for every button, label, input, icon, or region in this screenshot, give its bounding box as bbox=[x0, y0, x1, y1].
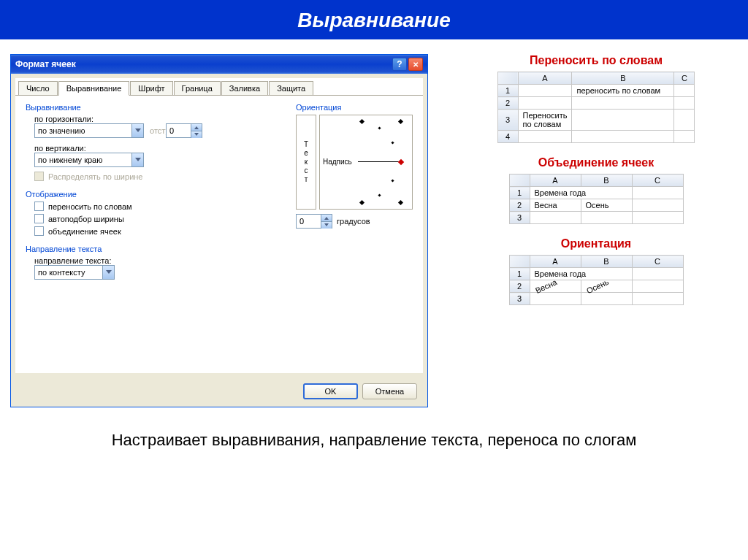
tab-number[interactable]: Число bbox=[18, 81, 58, 95]
example-merge-table: ABC 1Времена года 2ВеснаОсень 3 bbox=[509, 174, 684, 224]
dialog-title: Формат ячеек bbox=[15, 59, 391, 69]
tab-fill[interactable]: Заливка bbox=[221, 81, 268, 95]
close-icon[interactable] bbox=[408, 58, 423, 71]
orientation-handle[interactable] bbox=[398, 159, 404, 165]
direction-value: по контексту bbox=[38, 268, 85, 277]
shrink-label: автоподбор ширины bbox=[48, 215, 124, 223]
direction-label: направление текста: bbox=[34, 256, 223, 265]
indent-spinner[interactable]: 0 bbox=[166, 123, 202, 138]
dial-tick bbox=[378, 193, 381, 196]
merge-checkbox[interactable] bbox=[34, 226, 44, 236]
horizontal-value: по значению bbox=[38, 126, 85, 135]
orientation-needle bbox=[358, 161, 399, 162]
vertical-text-label: Текст bbox=[302, 140, 310, 184]
orientation-dial[interactable]: Надпись bbox=[319, 115, 413, 210]
orientation-group-title: Ориентация bbox=[296, 103, 413, 112]
example-orient-title: Ориентация bbox=[457, 237, 735, 250]
chevron-down-icon[interactable] bbox=[131, 153, 143, 166]
spin-up-icon[interactable] bbox=[191, 124, 202, 131]
alignment-group-title: Выравнивание bbox=[26, 103, 223, 112]
degrees-label: градусов bbox=[337, 217, 370, 226]
degrees-spinner[interactable]: 0 bbox=[296, 214, 332, 229]
example-wrap-table: ABC 1переносить по словам 2 3Переноситьп… bbox=[497, 72, 695, 143]
merge-label: объединение ячеек bbox=[48, 227, 121, 236]
degrees-value: 0 bbox=[299, 217, 304, 226]
orientation-label: Надпись bbox=[323, 158, 352, 166]
vertical-text-button[interactable]: Текст bbox=[296, 115, 316, 210]
chevron-down-icon[interactable] bbox=[102, 266, 114, 279]
dial-tick bbox=[359, 119, 365, 124]
tab-protection[interactable]: Защита bbox=[269, 81, 313, 95]
indent-value: 0 bbox=[169, 126, 174, 135]
example-merge-title: Объединение ячеек bbox=[457, 156, 735, 169]
horizontal-combo[interactable]: по значению bbox=[34, 123, 144, 138]
distribute-label: Распределять по ширине bbox=[48, 172, 142, 181]
dial-tick bbox=[378, 126, 381, 129]
example-wrap-title: Переносить по словам bbox=[457, 54, 735, 67]
titlebar[interactable]: Формат ячеек ? bbox=[11, 55, 427, 74]
dial-tick bbox=[391, 141, 394, 144]
direction-group-title: Направление текста bbox=[26, 245, 223, 253]
slide-title: Выравнивание bbox=[0, 0, 748, 39]
chevron-down-icon[interactable] bbox=[131, 124, 143, 137]
slide-caption: Настраивает выравнивания, направление те… bbox=[0, 429, 748, 452]
format-cells-dialog: Формат ячеек ? Число Выравнивание Шрифт … bbox=[10, 54, 428, 407]
wrap-checkbox[interactable] bbox=[34, 202, 44, 211]
display-group-title: Отображение bbox=[26, 190, 223, 199]
help-icon[interactable]: ? bbox=[392, 58, 407, 71]
tab-border[interactable]: Граница bbox=[174, 81, 221, 95]
dial-tick bbox=[398, 200, 403, 205]
vertical-combo[interactable]: по нижнему краю bbox=[34, 153, 144, 167]
spin-down-icon[interactable] bbox=[191, 131, 202, 138]
vertical-label: по вертикали: bbox=[34, 144, 223, 153]
wrap-label: переносить по словам bbox=[48, 202, 132, 211]
ok-button[interactable]: OK bbox=[303, 383, 358, 399]
spin-down-icon[interactable] bbox=[321, 221, 332, 229]
direction-combo[interactable]: по контексту bbox=[34, 265, 115, 280]
horizontal-label: по горизонтали: bbox=[34, 115, 223, 123]
spin-up-icon[interactable] bbox=[321, 215, 332, 221]
dial-tick bbox=[359, 200, 365, 205]
vertical-value: по нижнему краю bbox=[38, 156, 102, 164]
tab-font[interactable]: Шрифт bbox=[130, 81, 172, 95]
example-orient-table: ABC 1Времена года 2ВеснаОсень 3 bbox=[509, 255, 684, 305]
shrink-checkbox[interactable] bbox=[34, 214, 44, 223]
cancel-button[interactable]: Отмена bbox=[362, 383, 417, 399]
tab-alignment[interactable]: Выравнивание bbox=[58, 81, 130, 96]
distribute-checkbox bbox=[34, 172, 44, 181]
tab-strip: Число Выравнивание Шрифт Граница Заливка… bbox=[15, 78, 423, 96]
dial-tick bbox=[391, 179, 394, 182]
dial-tick bbox=[398, 119, 403, 124]
